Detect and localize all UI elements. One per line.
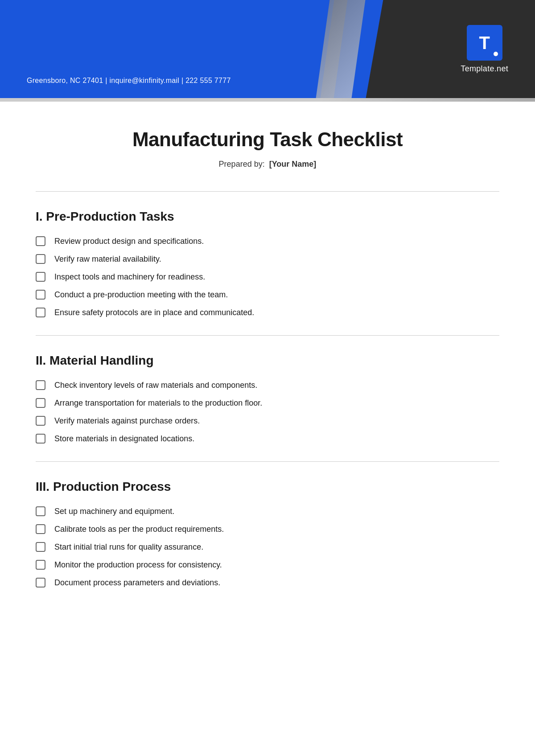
checklist-2: Check inventory levels of raw materials … — [36, 380, 499, 444]
item-label: Conduct a pre-production meeting with th… — [54, 290, 228, 300]
checkbox[interactable] — [36, 254, 45, 264]
document-title: Manufacturing Task Checklist — [36, 128, 499, 151]
logo-area: T Template.net — [461, 25, 508, 74]
logo-dot — [494, 52, 498, 56]
item-label: Inspect tools and machinery for readines… — [54, 272, 205, 282]
logo-text: Template.net — [461, 64, 508, 74]
section-production-process: III. Production Process Set up machinery… — [36, 480, 499, 588]
checkbox[interactable] — [36, 560, 45, 570]
checkbox[interactable] — [36, 236, 45, 246]
divider-2 — [36, 461, 499, 462]
list-item: Document process parameters and deviatio… — [36, 578, 499, 588]
item-label: Verify raw material availability. — [54, 255, 161, 264]
checkbox[interactable] — [36, 524, 45, 534]
header-bottom-strip — [0, 98, 535, 102]
main-content: Manufacturing Task Checklist Prepared by… — [0, 102, 535, 623]
checklist-1: Review product design and specifications… — [36, 236, 499, 317]
list-item: Verify materials against purchase orders… — [36, 416, 499, 426]
item-label: Check inventory levels of raw materials … — [54, 381, 257, 390]
list-item: Calibrate tools as per the product requi… — [36, 524, 499, 534]
prepared-by-line: Prepared by: [Your Name] — [36, 160, 499, 169]
logo-icon: T — [467, 25, 502, 61]
list-item: Monitor the production process for consi… — [36, 560, 499, 570]
section-material-handling: II. Material Handling Check inventory le… — [36, 353, 499, 444]
item-label: Arrange transportation for materials to … — [54, 399, 262, 408]
checkbox[interactable] — [36, 380, 45, 390]
checkbox[interactable] — [36, 434, 45, 444]
checkbox[interactable] — [36, 272, 45, 282]
prepared-by-value: [Your Name] — [269, 160, 317, 168]
divider-1 — [36, 335, 499, 336]
checkbox[interactable] — [36, 308, 45, 317]
list-item: Start initial trial runs for quality ass… — [36, 542, 499, 552]
checklist-3: Set up machinery and equipment. Calibrat… — [36, 506, 499, 588]
item-label: Verify materials against purchase orders… — [54, 416, 200, 426]
item-label: Monitor the production process for consi… — [54, 560, 222, 570]
item-label: Start initial trial runs for quality ass… — [54, 542, 203, 552]
divider-top — [36, 191, 499, 192]
checkbox[interactable] — [36, 398, 45, 408]
checkbox[interactable] — [36, 578, 45, 588]
section-title-2: II. Material Handling — [36, 353, 499, 368]
list-item: Check inventory levels of raw materials … — [36, 380, 499, 390]
checkbox[interactable] — [36, 506, 45, 516]
item-label: Document process parameters and deviatio… — [54, 578, 220, 588]
section-pre-production: I. Pre-Production Tasks Review product d… — [36, 210, 499, 317]
list-item: Ensure safety protocols are in place and… — [36, 308, 499, 317]
item-label: Ensure safety protocols are in place and… — [54, 308, 254, 317]
list-item: Arrange transportation for materials to … — [36, 398, 499, 408]
item-label: Review product design and specifications… — [54, 237, 204, 246]
checkbox[interactable] — [36, 542, 45, 552]
checkbox[interactable] — [36, 290, 45, 300]
checkbox[interactable] — [36, 416, 45, 426]
list-item: Set up machinery and equipment. — [36, 506, 499, 516]
list-item: Conduct a pre-production meeting with th… — [36, 290, 499, 300]
list-item: Inspect tools and machinery for readines… — [36, 272, 499, 282]
list-item: Verify raw material availability. — [36, 254, 499, 264]
contact-info: Greensboro, NC 27401 | inquire@kinfinity… — [27, 77, 231, 85]
list-item: Store materials in designated locations. — [36, 434, 499, 444]
logo-letter: T — [479, 34, 490, 52]
item-label: Calibrate tools as per the product requi… — [54, 525, 224, 534]
item-label: Store materials in designated locations. — [54, 434, 194, 444]
section-title-3: III. Production Process — [36, 480, 499, 494]
item-label: Set up machinery and equipment. — [54, 507, 174, 516]
page-header: Greensboro, NC 27401 | inquire@kinfinity… — [0, 0, 535, 98]
section-title-1: I. Pre-Production Tasks — [36, 210, 499, 224]
header-blue-section: Greensboro, NC 27401 | inquire@kinfinity… — [0, 0, 348, 98]
prepared-by-label: Prepared by: — [219, 160, 265, 168]
list-item: Review product design and specifications… — [36, 236, 499, 246]
